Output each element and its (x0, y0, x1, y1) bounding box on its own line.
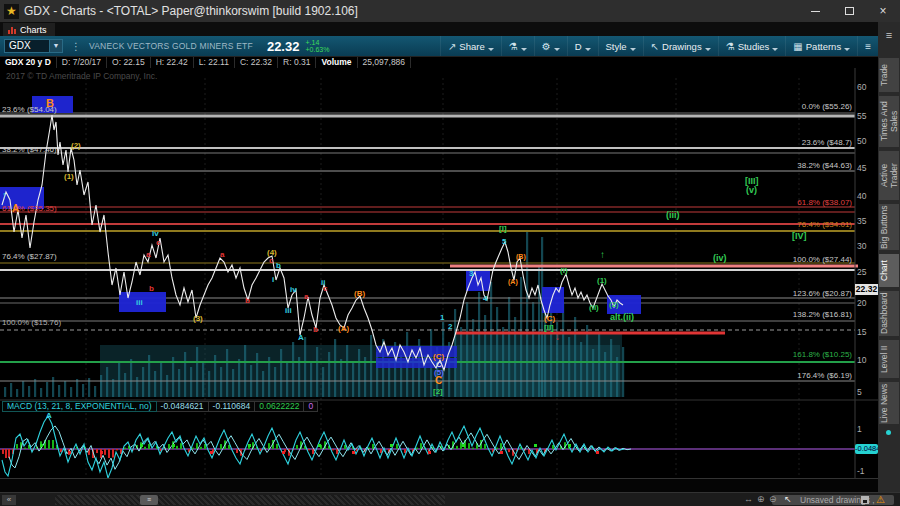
macd-study-label[interactable]: MACD (13, 21, 8, EXPONENTIAL, no) (2, 401, 157, 412)
time-scrollbar-track[interactable] (55, 495, 445, 505)
warning-icon[interactable]: ⚠ (876, 494, 885, 505)
change-value: +.14 (305, 39, 329, 47)
volume-bar (136, 377, 138, 397)
macd-histogram-bar (16, 444, 18, 449)
title-bar: ★ GDX - Charts - <TOTAL> Paper@thinkorsw… (0, 0, 900, 22)
sidebar-tab-chart[interactable]: Chart (879, 254, 899, 287)
sidebar-tab-trade[interactable]: Trade (879, 58, 899, 92)
macd-histogram-bar (468, 443, 470, 449)
volume-bar (316, 347, 318, 397)
sidebar-tab-live-news[interactable]: Live News (879, 382, 899, 424)
maximize-button[interactable] (832, 0, 866, 22)
wave-annotation: A (46, 411, 52, 420)
sell-marker (210, 451, 213, 454)
sidebar-tab-times-and-sales[interactable]: Times And Sales (879, 96, 899, 147)
wave-annotation: A (12, 203, 19, 214)
sidebar-status-dot (886, 430, 891, 435)
symbol-dropdown-button[interactable]: ▼ (50, 39, 63, 53)
drawing-rectangle (376, 346, 457, 357)
window-controls: × (798, 0, 900, 22)
volume-bar (100, 375, 102, 397)
macd-histogram-bar (312, 449, 314, 454)
change-percent: +0.63% (305, 46, 329, 54)
close-button[interactable]: × (866, 0, 900, 22)
macd-histogram-bar (140, 442, 142, 449)
save-drawings-icon[interactable] (861, 496, 869, 504)
pan-icon[interactable]: ↔ (744, 494, 753, 504)
macd-histogram-bar (28, 445, 30, 449)
volume-bar (532, 302, 534, 397)
toolbar-button-style[interactable]: Style (598, 36, 643, 56)
macd-histogram-bar (472, 448, 474, 449)
macd-histogram-bar (460, 442, 462, 449)
cursor-tool-icon[interactable]: ↖ (784, 494, 792, 504)
macd-histogram-bar (496, 448, 498, 449)
macd-histogram-bar (332, 449, 334, 450)
time-scrollbar-handle[interactable]: ≡ (140, 495, 158, 505)
volume-bar (454, 309, 456, 397)
tool-icon: ⚗ (509, 41, 518, 52)
toolbar-button-icon2[interactable]: ⚙ (534, 36, 567, 56)
volume-bar (526, 232, 528, 397)
toolbar-button-drawings[interactable]: ↖Drawings (643, 36, 718, 56)
dropdown-caret-icon (705, 48, 711, 51)
sidebar-menu-icon[interactable]: ≡ (878, 22, 900, 52)
macd-histogram-bar (260, 449, 262, 451)
wave-annotation: (3) (193, 314, 203, 323)
sidebar-tab-active-trader[interactable]: Active Trader (879, 151, 899, 200)
macd-histogram-bar (104, 449, 106, 455)
wave-annotation: alt.(ii) (610, 312, 634, 322)
toolbar-button-share[interactable]: ↗Share (440, 36, 501, 56)
macd-histogram-bar (60, 449, 62, 452)
toolbar-button-d[interactable]: D (567, 36, 598, 56)
macd-histogram-bar (368, 448, 370, 449)
price-line (2, 115, 623, 370)
toolbar-button-icon8[interactable]: ≡ (857, 36, 878, 56)
volume-bar (238, 359, 240, 397)
collapse-scrollbar-button[interactable]: « (2, 495, 16, 505)
volume-bar (358, 349, 360, 397)
macd-histogram-bar (588, 449, 590, 450)
price-axis-tick: 45 (857, 163, 866, 173)
fib-level-label: 38.2% ($47.46) (2, 145, 57, 154)
tool-icon: ⚙ (542, 41, 551, 52)
drawing-rectangle (466, 271, 490, 291)
volume-bar (208, 371, 210, 397)
toolbar-button-icon1[interactable]: ⚗ (501, 36, 534, 56)
patterns-icon: ▦ (793, 41, 802, 52)
wave-annotation: (4) (267, 248, 277, 257)
zoom-out-icon[interactable]: ⊖ (769, 494, 777, 504)
macd-histogram-bar (5, 449, 7, 458)
volume-bar (244, 345, 246, 397)
toolbar-button-studies[interactable]: ⚗Studies (718, 36, 786, 56)
wave-annotation: A (298, 333, 304, 342)
minimize-button[interactable] (798, 0, 832, 22)
macd-histogram-bar (136, 445, 138, 449)
symbol-input[interactable]: GDX (4, 39, 50, 53)
volume-bar (4, 387, 6, 397)
zoom-in-icon[interactable]: ⊕ (757, 494, 765, 504)
macd-histogram-bar (240, 449, 242, 456)
macd-histogram-bar (144, 447, 146, 449)
sidebar-tab-level-ii[interactable]: Level II (879, 340, 899, 378)
toolbar-button-patterns[interactable]: ▦Patterns (785, 36, 857, 56)
volume-bar (322, 367, 324, 397)
macd-histogram-bar (76, 447, 78, 449)
gadget-sidebar: ≡ TradeTimes And SalesActive TraderBig B… (878, 22, 900, 492)
wave-annotation: [III] (745, 176, 759, 186)
link-symbol-icon[interactable]: ⋮ (71, 41, 81, 52)
volume-bar (352, 363, 354, 397)
macd-histogram-bar (96, 449, 98, 453)
macd-histogram-bar (608, 448, 610, 449)
bottom-status-bar: « ≡ ↔ ⊕ ⊖ ↖ Unsaved drawings , ⚠ (0, 492, 900, 506)
macd-histogram-bar (476, 443, 478, 449)
macd-last-value-badge: -0.0484 (855, 444, 878, 454)
volume-bar (88, 378, 90, 397)
macd-histogram-bar (564, 442, 566, 449)
wave-annotation: (A) (338, 324, 349, 333)
studies-icon: ⚗ (726, 41, 735, 52)
sidebar-tab-dashboard[interactable]: Dashboard (879, 291, 899, 336)
ohlc-cell: GDX 20 y D (0, 57, 57, 68)
sidebar-tab-big-buttons[interactable]: Big Buttons (879, 204, 899, 250)
tab-charts[interactable]: Charts (3, 23, 55, 36)
